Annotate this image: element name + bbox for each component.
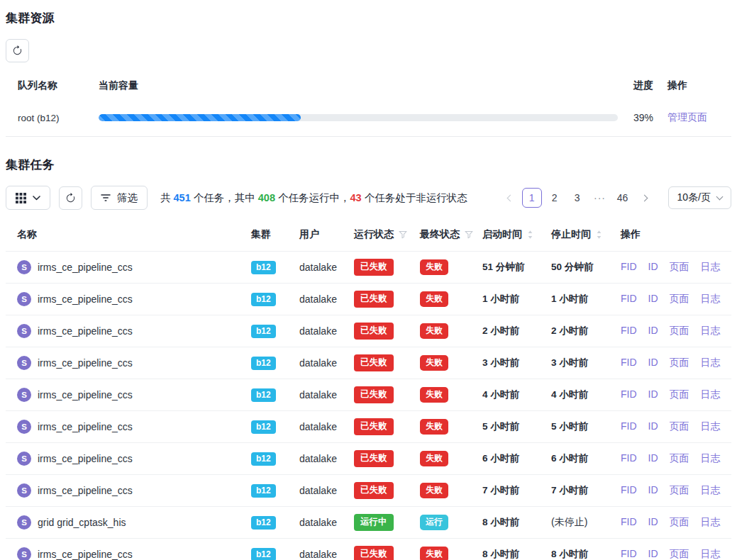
pager-ellipsis[interactable]: ··· <box>590 188 610 208</box>
action-link-FID[interactable]: FID <box>621 420 637 432</box>
action-link-页面[interactable]: 页面 <box>670 388 689 400</box>
user-cell: datalake <box>292 507 347 539</box>
table-row: Sirms_ce_pipeline_ccs b12 datalake 已失败 失… <box>6 475 731 507</box>
chevron-right-icon <box>641 194 648 201</box>
action-link-日志[interactable]: 日志 <box>701 325 721 336</box>
action-link-ID[interactable]: ID <box>648 516 658 527</box>
stop-time-cell: 50 分钟前 <box>544 252 614 284</box>
sort-icon[interactable] <box>596 230 602 240</box>
page-button-46[interactable]: 46 <box>613 188 633 208</box>
run-status-badge: 已失败 <box>354 323 394 340</box>
final-status-cell: 失败 <box>413 475 475 507</box>
user-cell: datalake <box>292 411 347 443</box>
action-link-FID[interactable]: FID <box>621 388 637 400</box>
final-status-cell: 运行 <box>413 507 475 539</box>
cluster-badge: b12 <box>251 261 276 274</box>
page-button-2[interactable]: 2 <box>545 188 565 208</box>
run-status-badge: 已失败 <box>354 386 394 403</box>
action-link-FID[interactable]: FID <box>621 357 637 368</box>
action-link-FID[interactable]: FID <box>621 261 637 272</box>
action-link-页面[interactable]: 页面 <box>670 516 689 527</box>
stop-time: 5 小时前 <box>551 421 588 432</box>
action-link-日志[interactable]: 日志 <box>701 293 721 304</box>
capacity-progress-bar <box>99 114 618 121</box>
tasks-title: 集群任务 <box>6 157 731 173</box>
start-time: 8 小时前 <box>482 549 519 559</box>
stop-time: 8 小时前 <box>551 549 588 559</box>
action-link-日志[interactable]: 日志 <box>701 484 721 495</box>
table-row: Sirms_ce_pipeline_ccs b12 datalake 已失败 失… <box>6 252 731 284</box>
run-status-cell: 已失败 <box>347 475 413 507</box>
action-link-页面[interactable]: 页面 <box>670 325 689 336</box>
name-cell: Sirms_ce_pipeline_ccs <box>6 411 244 443</box>
chevron-down-icon <box>716 194 724 201</box>
final-status-badge: 失败 <box>420 387 448 403</box>
action-link-日志[interactable]: 日志 <box>701 548 721 559</box>
final-status-badge: 失败 <box>420 483 448 498</box>
run-status-badge: 已失败 <box>354 418 394 435</box>
action-link-FID[interactable]: FID <box>621 293 637 304</box>
action-link-页面[interactable]: 页面 <box>670 357 689 368</box>
table-row: Sirms_ce_pipeline_ccs b12 datalake 已失败 失… <box>6 347 731 379</box>
row-actions: FIDID页面日志 <box>614 347 731 379</box>
start-time-cell: 3 小时前 <box>475 347 544 379</box>
start-time: 4 小时前 <box>482 389 519 400</box>
filter-funnel-icon[interactable] <box>399 230 407 239</box>
name-cell: Sirms_ce_pipeline_ccs <box>6 539 244 560</box>
table-row: Sirms_ce_pipeline_ccs b12 datalake 已失败 失… <box>6 284 731 315</box>
action-link-日志[interactable]: 日志 <box>701 261 721 272</box>
page-size-select[interactable]: 10条/页 <box>668 186 731 209</box>
action-link-页面[interactable]: 页面 <box>670 293 689 304</box>
action-link-日志[interactable]: 日志 <box>701 420 721 432</box>
column-header-user: 用户 <box>292 220 347 252</box>
resources-refresh-button[interactable] <box>6 39 29 62</box>
action-link-FID[interactable]: FID <box>621 325 637 336</box>
action-link-FID[interactable]: FID <box>621 452 637 464</box>
summary-text: 个任务，其中 <box>191 192 258 203</box>
action-link-页面[interactable]: 页面 <box>670 452 689 464</box>
action-link-日志[interactable]: 日志 <box>701 516 721 527</box>
page-button-3[interactable]: 3 <box>567 188 587 208</box>
sort-icon[interactable] <box>527 230 533 240</box>
final-status-badge: 失败 <box>420 259 448 275</box>
action-link-页面[interactable]: 页面 <box>670 261 689 272</box>
action-link-页面[interactable]: 页面 <box>670 484 689 495</box>
action-link-ID[interactable]: ID <box>648 548 658 559</box>
column-settings-button[interactable] <box>6 186 50 210</box>
prev-page-button[interactable] <box>499 188 519 208</box>
action-link-页面[interactable]: 页面 <box>670 420 689 432</box>
action-link-ID[interactable]: ID <box>648 452 658 464</box>
stop-time-cell: 6 小时前 <box>544 443 614 475</box>
start-time-cell: 8 小时前 <box>475 539 544 560</box>
action-link-FID[interactable]: FID <box>621 548 637 559</box>
tasks-refresh-button[interactable] <box>59 186 82 210</box>
name-cell: Sirms_ce_pipeline_ccs <box>6 347 244 379</box>
filter-button[interactable]: 筛选 <box>91 186 148 210</box>
action-link-ID[interactable]: ID <box>648 357 658 368</box>
stop-time-cell: 4 小时前 <box>544 379 614 411</box>
column-header-actions: 操作 <box>667 79 731 92</box>
queue-name: root (b12) <box>6 113 99 123</box>
action-link-日志[interactable]: 日志 <box>701 357 721 368</box>
action-link-ID[interactable]: ID <box>648 420 658 432</box>
action-link-FID[interactable]: FID <box>621 484 637 495</box>
action-link-ID[interactable]: ID <box>648 484 658 495</box>
page-button-1[interactable]: 1 <box>522 188 542 208</box>
run-status-cell: 已失败 <box>347 443 413 475</box>
manage-page-link[interactable]: 管理页面 <box>667 111 707 123</box>
stop-time: (未停止) <box>551 516 587 527</box>
final-status-cell: 失败 <box>413 252 475 284</box>
action-link-ID[interactable]: ID <box>648 261 658 272</box>
action-link-页面[interactable]: 页面 <box>670 548 689 559</box>
row-actions: FIDID页面日志 <box>614 539 731 560</box>
action-link-ID[interactable]: ID <box>648 293 658 304</box>
action-link-FID[interactable]: FID <box>621 516 637 527</box>
action-link-日志[interactable]: 日志 <box>701 388 721 400</box>
action-link-ID[interactable]: ID <box>648 325 658 336</box>
filter-funnel-icon[interactable] <box>465 230 473 239</box>
next-page-button[interactable] <box>636 188 655 208</box>
action-link-日志[interactable]: 日志 <box>701 452 721 464</box>
action-link-ID[interactable]: ID <box>648 388 658 400</box>
tasks-table-header: 名称 集群 用户 运行状态 最终状态 <box>6 220 731 252</box>
final-status-cell: 失败 <box>413 411 475 443</box>
